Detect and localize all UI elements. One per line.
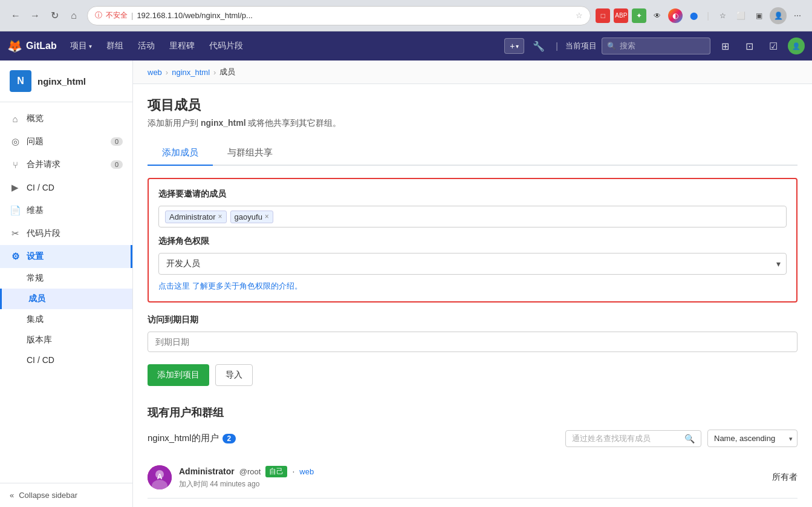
page-subtitle: 添加新用户到 nginx_html 或将他共享到其它群组。 — [148, 118, 797, 129]
avatar-administrator: A — [148, 465, 172, 489]
forward-button[interactable]: → — [27, 7, 44, 24]
ext-abp-icon[interactable]: ABP — [614, 8, 628, 23]
users-filter-bar: nginx_html的用户 2 🔍 Name, ascendingName, d… — [148, 430, 797, 447]
app-layout: N nginx_html ⌂ 概览 ◎ 问题 0 ⑂ 合并请求 0 ▶ CI /… — [0, 61, 812, 507]
user-info-administrator: Administrator @root 自己 · web 加入时间 44 min… — [179, 466, 772, 489]
plus-caret: ▾ — [516, 43, 519, 50]
nav-groups[interactable]: 群组 — [100, 37, 129, 55]
tab-add-members[interactable]: 添加成员 — [148, 141, 213, 166]
scope-label: 当前项目 — [565, 41, 597, 51]
projects-caret: ▾ — [89, 43, 92, 50]
wrench-button[interactable]: 🔧 — [529, 36, 548, 56]
sidebar-item-snippets[interactable]: ✂ 代码片段 — [0, 222, 132, 245]
sidebar-item-mergerequests[interactable]: ⑂ 合并请求 0 — [0, 153, 132, 176]
browser-menu-icon[interactable]: ⋯ — [790, 8, 805, 23]
nav-snippets[interactable]: 代码片段 — [203, 37, 249, 55]
members-search-input[interactable] — [572, 434, 681, 443]
nav-right-section: + ▾ 🔧 | 当前项目 🔍 搜索 ⊞ ⊡ ☑ 👤 — [504, 36, 805, 56]
role-link[interactable]: 点击这里 了解更多关于角色权限的介绍。 — [158, 281, 787, 292]
sidebar-item-issues[interactable]: ◎ 问题 0 — [0, 130, 132, 153]
access-label: 访问到期日期 — [148, 315, 797, 325]
subtitle-project: nginx_html — [201, 118, 246, 128]
back-button[interactable]: ← — [7, 7, 24, 24]
nav-milestones[interactable]: 里程碑 — [163, 37, 201, 55]
settings-icon: ⚙ — [10, 251, 21, 262]
breadcrumb-web[interactable]: web — [148, 68, 162, 77]
invite-label: 选择要邀请的成员 — [158, 189, 787, 200]
sidebar: N nginx_html ⌂ 概览 ◎ 问题 0 ⑂ 合并请求 0 ▶ CI /… — [0, 61, 133, 507]
members-tags-input[interactable]: Administrator × gaoyufu × — [158, 206, 787, 227]
breadcrumb-current: 成员 — [219, 67, 235, 77]
tab-share-group[interactable]: 与群组共享 — [213, 141, 287, 166]
users-count-badge: 2 — [222, 434, 236, 443]
sidebar-sub-integrations[interactable]: 集成 — [0, 309, 132, 330]
admin-project-link[interactable]: web — [299, 467, 314, 476]
url-text: 192.168.1.10/web/nginx_html/p... — [137, 11, 572, 20]
search-box[interactable]: 🔍 搜索 — [602, 38, 710, 54]
nav-activity[interactable]: 活动 — [132, 37, 161, 55]
browser-nav-buttons: ← → ↻ ⌂ — [7, 7, 82, 24]
merge-icon: ⑂ — [10, 160, 21, 170]
existing-section-title: 现有用户和群组 — [148, 405, 797, 420]
search-icon: 🔍 — [607, 42, 616, 50]
project-name: nginx_html — [37, 76, 86, 87]
sidebar-sub-repository[interactable]: 版本库 — [0, 330, 132, 350]
import-button[interactable]: 导入 — [215, 364, 253, 386]
ext-save-icon[interactable]: □ — [596, 8, 610, 23]
sidebar-item-settings[interactable]: ⚙ 设置 — [0, 245, 132, 268]
role-permissions-link[interactable]: 点击这里 了解更多关于角色权限的介绍。 — [158, 281, 302, 290]
collapse-icon: « — [10, 491, 14, 500]
members-search-icon: 🔍 — [684, 434, 695, 443]
access-date-input[interactable] — [148, 332, 797, 352]
add-to-project-button[interactable]: 添加到项目 — [148, 364, 209, 386]
tag-gaoyufu-remove[interactable]: × — [265, 212, 269, 221]
home-button[interactable]: ⌂ — [65, 7, 82, 24]
nav-check-icon[interactable]: ☑ — [764, 36, 783, 56]
admin-self-badge: 自己 — [265, 466, 287, 477]
ext-icon5[interactable]: ◐ — [668, 8, 683, 23]
sidebar-sub-general[interactable]: 常规 — [0, 268, 132, 289]
browser-profile-icon[interactable]: 👤 — [770, 7, 787, 24]
gitlab-logo[interactable]: 🦊 GitLab — [7, 39, 57, 53]
sidebar-item-cicd[interactable]: ▶ CI / CD — [0, 176, 132, 199]
sidebar-sub-cicd[interactable]: CI / CD — [0, 350, 132, 370]
tag-admin-remove[interactable]: × — [218, 212, 222, 221]
address-bar[interactable]: ⓘ 不安全 | 192.168.1.10/web/nginx_html/p...… — [87, 6, 591, 25]
main-content: web › nginx_html › 成员 项目成员 添加新用户到 nginx_… — [133, 61, 812, 507]
sort-select[interactable]: Name, ascendingName, descendingLast join… — [707, 430, 797, 447]
breadcrumb-sep2: › — [213, 68, 216, 77]
collapse-sidebar-button[interactable]: « Collapse sidebar — [0, 483, 132, 507]
tag-gaoyufu-name: gaoyufu — [235, 212, 262, 221]
page-content-area: 项目成员 添加新用户到 nginx_html 或将他共享到其它群组。 添加成员 … — [133, 84, 812, 507]
svg-text:A: A — [157, 473, 163, 481]
sidebar-item-overview[interactable]: ⌂ 概览 — [0, 107, 132, 130]
user-row-administrator: A Administrator @root 自己 · web 加入时间 44 m… — [148, 457, 797, 499]
user-row-gaoyufu: G gaoyufu @gaoyufu · web 加入时间 43 minutes… — [148, 499, 797, 507]
project-header: N nginx_html — [0, 61, 132, 102]
page-title: 项目成员 — [148, 96, 797, 114]
refresh-button[interactable]: ↻ — [46, 7, 63, 24]
nav-extra-icon[interactable]: ⊡ — [739, 36, 759, 56]
user-avatar-nav[interactable]: 👤 — [788, 38, 805, 54]
ext-icon6[interactable]: ⬤ — [686, 8, 701, 23]
sidebar-item-wiki[interactable]: 📄 维基 — [0, 199, 132, 222]
breadcrumb-nginx[interactable]: nginx_html — [172, 68, 210, 77]
admin-dot: · — [292, 466, 294, 476]
role-select-display[interactable]: 开发人员 — [158, 253, 787, 275]
sidebar-sub-members[interactable]: 成员 — [0, 289, 132, 309]
gitlab-logo-text: GitLab — [26, 41, 57, 51]
overview-icon: ⌂ — [10, 114, 21, 124]
wiki-icon: 📄 — [10, 205, 21, 216]
browser-chrome: ← → ↻ ⌂ ⓘ 不安全 | 192.168.1.10/web/nginx_h… — [0, 0, 812, 31]
gitlab-nav-links: 项目 ▾ 群组 活动 里程碑 代码片段 — [64, 37, 249, 55]
filter-right: 🔍 Name, ascendingName, descendingLast jo… — [565, 430, 797, 447]
ext-cast-icon[interactable]: ▣ — [752, 8, 766, 23]
ext-screenshot-icon[interactable]: ⬜ — [733, 8, 748, 23]
sidebar-toggle-icon[interactable]: ⊞ — [715, 36, 735, 56]
ext-bookmark-icon[interactable]: ☆ — [715, 8, 730, 23]
nav-projects[interactable]: 项目 ▾ — [64, 37, 98, 55]
ext-icon4[interactable]: 👁 — [650, 8, 664, 23]
ext-icon3[interactable]: ✦ — [632, 8, 646, 23]
admin-handle: @root — [239, 467, 261, 476]
new-item-button[interactable]: + ▾ — [504, 38, 524, 54]
